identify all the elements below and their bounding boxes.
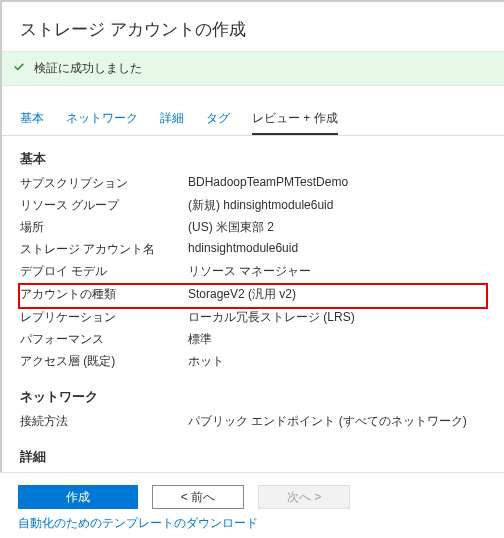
row-resource-group: リソース グループ (新規) hdinsightmodule6uid: [20, 196, 486, 218]
row-replication: レプリケーション ローカル冗長ストレージ (LRS): [20, 308, 486, 330]
row-access-tier: アクセス層 (既定) ホット: [20, 352, 486, 374]
footer: 作成 < 前へ 次へ > 自動化のためのテンプレートのダウンロード: [1, 472, 504, 538]
next-button: 次へ >: [258, 485, 350, 509]
value-connectivity: パブリック エンドポイント (すべてのネットワーク): [188, 413, 486, 433]
create-button[interactable]: 作成: [18, 485, 138, 509]
tab-advanced[interactable]: 詳細: [160, 104, 184, 135]
label-connectivity: 接続方法: [20, 413, 188, 433]
value-replication: ローカル冗長ストレージ (LRS): [188, 309, 486, 329]
label-account-kind: アカウントの種類: [20, 286, 188, 306]
row-storage-account: ストレージ アカウント名 hdinsightmodule6uid: [20, 240, 486, 262]
row-performance: パフォーマンス 標準: [20, 330, 486, 352]
label-location: 場所: [20, 219, 188, 239]
page-title: ストレージ アカウントの作成: [20, 18, 486, 41]
label-replication: レプリケーション: [20, 309, 188, 329]
check-icon: [12, 60, 26, 77]
validation-message: 検証に成功しました: [34, 60, 142, 77]
value-resource-group: (新規) hdinsightmodule6uid: [188, 197, 486, 217]
tabs: 基本 ネットワーク 詳細 タグ レビュー + 作成: [2, 104, 504, 136]
label-deploy-model: デプロイ モデル: [20, 263, 188, 283]
value-storage-account: hdinsightmodule6uid: [188, 241, 486, 261]
section-basic-title: 基本: [20, 150, 486, 168]
tab-review-create[interactable]: レビュー + 作成: [252, 104, 338, 135]
label-performance: パフォーマンス: [20, 331, 188, 351]
tab-basic[interactable]: 基本: [20, 104, 44, 135]
tab-tags[interactable]: タグ: [206, 104, 230, 135]
value-location: (US) 米国東部 2: [188, 219, 486, 239]
value-subscription: BDHadoopTeamPMTestDemo: [188, 175, 486, 195]
download-template-link[interactable]: 自動化のためのテンプレートのダウンロード: [18, 515, 258, 532]
row-deploy-model: デプロイ モデル リソース マネージャー: [20, 262, 486, 284]
value-performance: 標準: [188, 331, 486, 351]
section-network-title: ネットワーク: [20, 388, 486, 406]
value-deploy-model: リソース マネージャー: [188, 263, 486, 283]
value-access-tier: ホット: [188, 353, 486, 373]
row-location: 場所 (US) 米国東部 2: [20, 218, 486, 240]
value-account-kind: StorageV2 (汎用 v2): [188, 286, 486, 306]
row-connectivity: 接続方法 パブリック エンドポイント (すべてのネットワーク): [20, 412, 486, 434]
label-subscription: サブスクリプション: [20, 175, 188, 195]
label-resource-group: リソース グループ: [20, 197, 188, 217]
row-subscription: サブスクリプション BDHadoopTeamPMTestDemo: [20, 174, 486, 196]
label-access-tier: アクセス層 (既定): [20, 353, 188, 373]
tab-network[interactable]: ネットワーク: [66, 104, 138, 135]
section-advanced-title: 詳細: [20, 448, 486, 466]
validation-banner: 検証に成功しました: [2, 51, 504, 86]
label-storage-account: ストレージ アカウント名: [20, 241, 188, 261]
previous-button[interactable]: < 前へ: [152, 485, 244, 509]
row-account-kind: アカウントの種類 StorageV2 (汎用 v2): [20, 285, 486, 307]
